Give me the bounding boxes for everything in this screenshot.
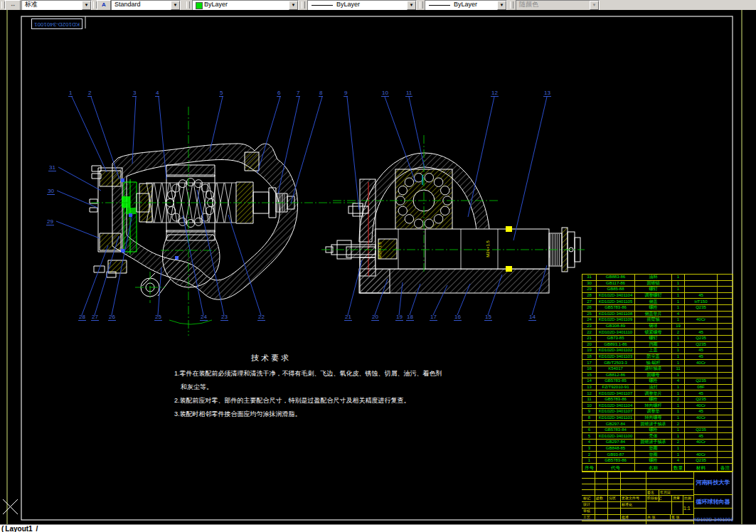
parts-table-row: 29GB85-88螺钉1 bbox=[582, 287, 733, 293]
chevron-down-icon[interactable]: ▼ bbox=[497, 1, 506, 10]
callout-1: 1 bbox=[68, 90, 73, 97]
tech-requirement-line: 1.零件在装配前必须清理和清洗干净，不得有毛刺、飞边、氧化皮、锈蚀、切屑、油污、… bbox=[174, 369, 466, 378]
label-approve: 批准 bbox=[622, 515, 629, 520]
tab-layout1[interactable]: Layout1 bbox=[5, 525, 32, 532]
label-craft: 工艺 bbox=[583, 515, 590, 520]
corner-drawing-number: KD102D-3401001 bbox=[31, 18, 82, 29]
parts-table-row: 23GB308-89钢球19 bbox=[582, 323, 733, 329]
callout-22: 22 bbox=[257, 314, 265, 321]
callout-23: 23 bbox=[220, 314, 228, 321]
text-style-combobox[interactable]: Standard ▼ bbox=[111, 0, 181, 11]
callout-13: 13 bbox=[543, 90, 551, 97]
chevron-down-icon[interactable]: ▼ bbox=[82, 1, 91, 10]
label-weight: 质量 bbox=[673, 496, 680, 501]
parts-table-row: 3GB848-85垫圈1 bbox=[582, 445, 733, 452]
label-design: 设计 bbox=[583, 502, 590, 507]
tech-requirements-title: 技术要求 bbox=[251, 353, 466, 363]
parts-table-row: 5KD102D-3401100壳体145 bbox=[582, 433, 733, 440]
parts-table-row: 30GB117-86圆锥销1 bbox=[582, 280, 733, 287]
toolbar-grip[interactable] bbox=[420, 1, 423, 9]
callout-26: 26 bbox=[108, 314, 116, 321]
toolbar-grip[interactable] bbox=[302, 1, 305, 9]
parts-table-row: 17GB/T2503-3轴-蜗杆140Cr bbox=[582, 360, 733, 366]
parts-table-row: 19KD102D-3401102上盖145 bbox=[582, 348, 733, 354]
parts-list-table: 31GB883-86油杯130GB117-86圆锥销129GB85-88螺钉12… bbox=[582, 274, 733, 472]
left-section-view bbox=[90, 107, 359, 336]
styles-properties-toolbar: ↔ 标准 ▼ A Standard ▼ ByLayer ▼ ByLayer ▼ … bbox=[0, 0, 756, 11]
callout-12: 12 bbox=[491, 90, 499, 97]
layout-viewport[interactable]: M18×1.5 M24×1.5 KD102D-3401001 技术要求 1.零件… bbox=[0, 10, 756, 524]
toolbar-grip[interactable] bbox=[186, 1, 190, 9]
lineweight-combobox[interactable]: ByLayer ▼ bbox=[425, 0, 507, 11]
university-name: 河南科技大学 bbox=[693, 479, 733, 486]
parts-table-row: 6GB5783-84螺栓1Q235 bbox=[582, 427, 733, 433]
scale-value: 1:1 bbox=[683, 506, 691, 511]
label-sign: 签名 bbox=[647, 490, 654, 495]
drawing-number: KD102D-3401001 bbox=[693, 517, 733, 522]
label-sheets-total: 共 张 bbox=[647, 515, 655, 520]
callout-29: 29 bbox=[46, 218, 54, 225]
chevron-down-icon[interactable]: ▼ bbox=[289, 1, 298, 10]
callout-20: 20 bbox=[371, 314, 379, 321]
dimension-label: M18×1.5 bbox=[378, 242, 382, 259]
text-style-icon[interactable]: A bbox=[97, 0, 111, 11]
sector-shaft bbox=[376, 226, 549, 272]
label-sheet-no: 第 张 bbox=[671, 515, 679, 520]
chevron-down-icon: ▼ bbox=[590, 1, 599, 10]
parts-table-row: 4GB297-84圆锥滚子轴承240Cr bbox=[582, 440, 733, 446]
chevron-down-icon[interactable]: ▼ bbox=[171, 1, 180, 10]
callout-31: 31 bbox=[48, 164, 56, 171]
layout-tab-bar: (Layout1 / bbox=[0, 524, 756, 532]
callout-16: 16 bbox=[454, 314, 462, 321]
callout-17: 17 bbox=[430, 314, 437, 321]
technical-requirements: 技术要求 1.零件在装配前必须清理和清洗干净，不得有毛刺、飞边、氧化皮、锈蚀、切… bbox=[174, 353, 466, 423]
dim-style-combobox[interactable]: 标准 ▼ bbox=[21, 0, 92, 11]
parts-table-row: 12KD102D-3401107调整垫片145 bbox=[582, 390, 733, 397]
parts-table-row: 22KD102D-3401110锁紧螺母245 bbox=[582, 329, 733, 336]
dim-style-icon[interactable]: ↔ bbox=[5, 0, 21, 11]
callout-14: 14 bbox=[528, 314, 536, 321]
label-date: 年月日 bbox=[660, 490, 671, 495]
linetype-combobox[interactable]: ByLayer ▼ bbox=[307, 0, 417, 11]
plotstyle-combobox: 随颜色 ▼ bbox=[516, 0, 600, 11]
callout-18: 18 bbox=[406, 314, 414, 321]
linetype-value: ByLayer bbox=[336, 1, 360, 9]
parts-table-row: 16K54017滚针轴承11 bbox=[582, 366, 733, 372]
label-zone: 分区 bbox=[609, 496, 616, 501]
label-mark: 标记 bbox=[583, 496, 590, 501]
lineweight-value: ByLayer bbox=[454, 1, 477, 9]
text-style-value: Standard bbox=[115, 1, 141, 9]
chevron-down-icon[interactable]: ▼ bbox=[407, 1, 416, 10]
parts-table-row: 2GB93-87垫圈140Cr bbox=[582, 452, 733, 458]
application-window: ↔ 标准 ▼ A Standard ▼ ByLayer ▼ ByLayer ▼ … bbox=[0, 0, 756, 532]
parts-table-row: 24KD102D-3401109摇臂轴140Cr bbox=[582, 317, 733, 324]
parts-table-row: 21GB73-85螺钉1Q235 bbox=[582, 335, 733, 341]
dimension-label: M24×1.5 bbox=[486, 240, 490, 257]
parts-table-row: 8KD102D-3401101转向螺母140Cr bbox=[582, 415, 733, 421]
title-block: 标记 处数 分区 更改文件号 签名 年月日 设计 审核 工艺 标准化 批准 阶段… bbox=[582, 472, 733, 531]
callout-24: 24 bbox=[200, 314, 208, 321]
parts-table-row: 7GB297-84圆锥滚子轴承2 bbox=[582, 421, 733, 427]
callout-30: 30 bbox=[47, 188, 55, 195]
parts-table-row: 27KD102D-3401105侧盖1HT150 bbox=[582, 299, 733, 305]
callout-6: 6 bbox=[277, 90, 281, 97]
color-combobox[interactable]: ByLayer ▼ bbox=[192, 0, 299, 11]
parts-table-row: 14GB5783-85螺栓4Q235 bbox=[582, 378, 733, 385]
callout-21: 21 bbox=[344, 314, 352, 321]
tab-scroll-edge: ( bbox=[1, 525, 4, 532]
label-standardize: 标准化 bbox=[622, 502, 632, 507]
callout-19: 19 bbox=[395, 314, 403, 321]
part-name: 循环球转向器 bbox=[693, 498, 733, 506]
callout-28: 28 bbox=[78, 314, 86, 321]
toolbar-grip[interactable] bbox=[510, 1, 513, 9]
parts-table-row: 20GB893.1-86挡圈1Q235 bbox=[582, 341, 733, 348]
dim-style-value: 标准 bbox=[25, 1, 38, 9]
parts-table-row: 28KD102D-3401104调整螺钉145 bbox=[582, 292, 733, 299]
callout-5: 5 bbox=[219, 90, 223, 97]
label-count: 处数 bbox=[596, 496, 603, 501]
callout-10: 10 bbox=[381, 90, 389, 97]
crosshair-cursor bbox=[3, 499, 18, 514]
tab-edge-slash: / bbox=[36, 525, 38, 532]
label-change-doc: 更改文件号 bbox=[622, 496, 639, 501]
parts-table-row: 10KD102D-3401104转向螺杆140Cr bbox=[582, 403, 733, 409]
